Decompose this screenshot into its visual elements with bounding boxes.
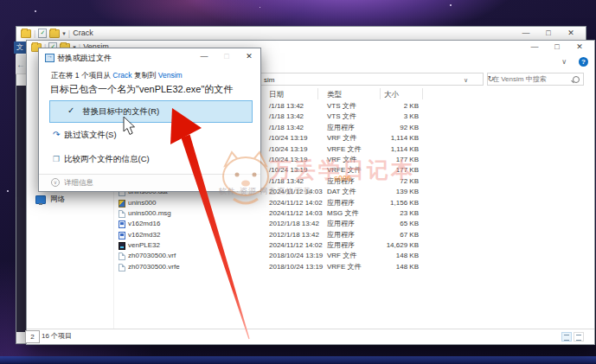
cell-size: 1,156 KB bbox=[381, 198, 419, 208]
app-installer-file-icon bbox=[119, 200, 125, 208]
app-blue-file-icon bbox=[119, 232, 125, 239]
cell-size: 177 KB bbox=[381, 165, 419, 176]
column-separator[interactable] bbox=[380, 88, 381, 99]
cell-date: /10/24 13:19 bbox=[269, 155, 307, 165]
table-row[interactable]: v162md162012/1/18 13:42应用程序65 KB bbox=[113, 219, 593, 229]
replace-file-option[interactable]: ✓ 替换目标中的文件(R) bbox=[49, 100, 253, 123]
view-details-button[interactable] bbox=[561, 332, 572, 342]
address-path-text: sim bbox=[264, 73, 274, 86]
cell-type: VTS 文件 bbox=[327, 101, 356, 112]
skip-icon: ↷ bbox=[53, 130, 60, 139]
compare-files-option[interactable]: ❐比较两个文件的信息(C) bbox=[53, 154, 150, 165]
taskbar[interactable] bbox=[0, 356, 596, 364]
source-folder-link[interactable]: Crack bbox=[112, 71, 131, 80]
view-icons-button[interactable] bbox=[574, 332, 584, 342]
cell-size: 3 KB bbox=[381, 112, 419, 122]
cell-type: DAT 文件 bbox=[327, 187, 356, 197]
page-file-icon bbox=[119, 264, 125, 271]
cell-date: 2018/10/24 13:19 bbox=[269, 262, 323, 272]
dialog-titlebar[interactable]: 替换或跳过文件 — □ ✕ bbox=[39, 48, 260, 66]
dialog-close-button[interactable]: ✕ bbox=[238, 48, 260, 65]
search-input[interactable]: 在 Vensim 中搜索 bbox=[487, 73, 584, 86]
star bbox=[7, 190, 9, 192]
table-row[interactable]: unins0002024/11/12 14:02应用程序1,156 KB bbox=[113, 198, 593, 208]
close-button[interactable]: ✕ bbox=[560, 28, 582, 39]
cell-size: 67 KB bbox=[381, 230, 419, 240]
page-file-icon bbox=[119, 210, 125, 218]
cell-size: 2 KB bbox=[381, 101, 419, 112]
cell-type: 应用程序 bbox=[327, 123, 355, 133]
cell-type: 应用程序 bbox=[327, 176, 355, 187]
cell-type: VRFE 文件 bbox=[327, 165, 362, 176]
cell-size: 148 KB bbox=[381, 251, 419, 261]
cell-date: /10/24 13:19 bbox=[269, 165, 307, 176]
cell-type: 应用程序 bbox=[327, 240, 355, 251]
check-icon: ✓ bbox=[67, 105, 74, 115]
cell-name: zh07030500.vrf bbox=[128, 251, 176, 261]
cell-name: v162md32 bbox=[128, 230, 160, 240]
properties-doc-icon[interactable]: ✓ bbox=[38, 29, 47, 38]
cell-size: 92 KB bbox=[381, 123, 419, 133]
help-button[interactable]: ? bbox=[579, 57, 588, 67]
star bbox=[450, 4, 452, 6]
minimize-button[interactable]: — bbox=[523, 42, 546, 53]
cell-name: zh07030500.vrfe bbox=[128, 262, 180, 272]
column-header-date[interactable]: 日期 bbox=[269, 88, 284, 100]
star bbox=[260, 7, 260, 8]
back-arrow-icon[interactable]: ← bbox=[16, 60, 25, 69]
cell-date: /1/18 13:42 bbox=[269, 123, 304, 133]
sidebar-item-label: 网络 bbox=[50, 195, 65, 205]
cell-type: VRF 文件 bbox=[327, 133, 356, 144]
cell-date: 2012/1/18 13:42 bbox=[269, 219, 319, 229]
cell-name: v162md16 bbox=[128, 219, 160, 229]
table-row[interactable]: zh07030500.vrf2018/10/24 13:19VRF 文件148 … bbox=[113, 251, 593, 261]
details-expander-icon[interactable]: ∨ bbox=[51, 178, 60, 187]
cell-date: 2024/11/12 14:02 bbox=[269, 198, 323, 208]
app-dark-file-icon bbox=[119, 242, 125, 250]
dialog-minimize-button[interactable]: — bbox=[193, 48, 215, 65]
cell-type: 应用程序 bbox=[327, 230, 355, 240]
separator: | bbox=[68, 29, 70, 38]
sidebar-item-network[interactable]: 网络 bbox=[35, 195, 65, 205]
cell-type: 应用程序 bbox=[327, 198, 355, 208]
ribbon-collapse-icon[interactable]: ∨ bbox=[561, 58, 567, 66]
maximize-button[interactable]: □ bbox=[537, 28, 560, 39]
crack-file-menu-button[interactable]: 文 bbox=[14, 42, 26, 54]
cell-date: /10/24 13:19 bbox=[269, 144, 307, 155]
destination-folder-link[interactable]: Vensim bbox=[158, 71, 183, 80]
compare-icon: ❐ bbox=[53, 155, 60, 163]
cell-date: 2012/1/18 13:42 bbox=[269, 230, 319, 240]
table-row[interactable]: v162md322012/1/18 13:42应用程序67 KB bbox=[113, 230, 593, 240]
cell-size: 23 KB bbox=[381, 208, 419, 219]
column-header-size[interactable]: 大小 bbox=[384, 88, 399, 100]
column-separator[interactable] bbox=[317, 88, 318, 99]
search-placeholder: 在 Vensim 中搜索 bbox=[492, 73, 547, 85]
status-bar: 16 个项目 bbox=[27, 329, 594, 344]
details-label[interactable]: 详细信息 bbox=[64, 178, 93, 188]
maximize-button[interactable]: □ bbox=[546, 42, 568, 53]
cell-type: VRFE 文件 bbox=[327, 262, 362, 272]
cell-type: VRF 文件 bbox=[327, 251, 356, 261]
copy-progress-line: 正在将 1 个项目从 Crack 复制到 Vensim bbox=[51, 71, 183, 81]
crack-titlebar[interactable]: | ✓ ▾ | Crack — □ ✕ bbox=[16, 27, 586, 41]
minimize-button[interactable]: — bbox=[515, 28, 537, 39]
address-dropdown-icon[interactable]: ∨ bbox=[464, 73, 468, 86]
skip-option-label: 跳过该文件(S) bbox=[64, 130, 116, 139]
close-button[interactable]: ✕ bbox=[568, 42, 591, 53]
table-row[interactable]: venPLE322024/11/12 14:02应用程序14,629 KB bbox=[113, 240, 593, 251]
new-folder-icon[interactable] bbox=[49, 29, 60, 38]
table-row[interactable]: unins000.msg2024/11/12 14:03MSG 文件23 KB bbox=[113, 208, 593, 219]
cell-size: 139 KB bbox=[381, 187, 419, 197]
dialog-maximize-button: □ bbox=[215, 48, 238, 65]
cell-date: /10/24 13:19 bbox=[269, 133, 307, 144]
star bbox=[35, 10, 36, 12]
cell-size: 148 KB bbox=[381, 262, 419, 272]
table-row[interactable]: zh07030500.vrfe2018/10/24 13:19VRFE 文件14… bbox=[113, 262, 593, 272]
column-separator[interactable] bbox=[422, 88, 423, 99]
cell-size: 65 KB bbox=[381, 219, 419, 229]
dialog-footer: ∨ 详细信息 bbox=[39, 174, 260, 191]
qat-caret-icon[interactable]: ▾ bbox=[62, 29, 66, 38]
skip-file-option[interactable]: ↷跳过该文件(S) bbox=[53, 130, 117, 141]
cell-type: 应用程序 bbox=[327, 219, 355, 229]
column-header-type[interactable]: 类型 bbox=[327, 88, 342, 100]
